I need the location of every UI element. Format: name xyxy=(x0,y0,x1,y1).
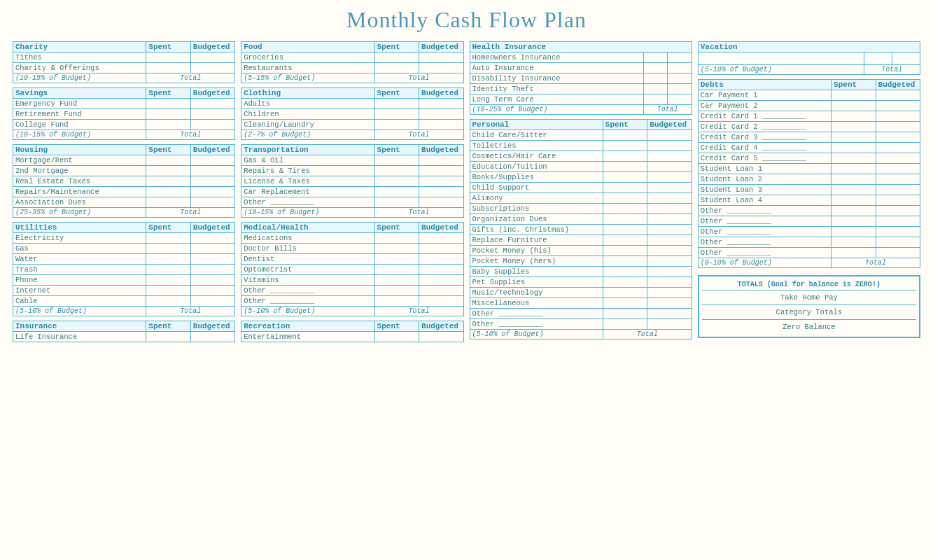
housing-header: Housing Spent Budgeted xyxy=(13,145,235,155)
medical-header: Medical/Health Spent Budgeted xyxy=(241,223,463,233)
table-row: Auto Insurance xyxy=(470,63,692,74)
table-row: Phone xyxy=(13,275,235,286)
recreation-table: Recreation Spent Budgeted Entertainment xyxy=(241,321,463,342)
table-row: Pet Supplies xyxy=(470,277,692,288)
table-row: Trash xyxy=(13,265,235,275)
clothing-table: Clothing Spent Budgeted Adults Children … xyxy=(241,88,463,140)
charity-budgeted-header: Budgeted xyxy=(190,42,234,52)
vacation-table: Vacation (5-10% of Budget) Total xyxy=(698,41,920,75)
debts-table: Debts Spent Budgeted Car Payment 1 Car P… xyxy=(698,79,920,268)
table-row: Gas xyxy=(13,244,235,254)
table-row: Student Loan 3 xyxy=(698,185,920,195)
debts-total-row: (0-10% of Budget) Total xyxy=(698,258,920,268)
table-row: Other __________ xyxy=(241,286,463,296)
recreation-header: Recreation Spent Budgeted xyxy=(241,321,463,332)
table-row: Subscriptions xyxy=(470,204,692,214)
savings-table: Savings Spent Budgeted Emergency Fund Re… xyxy=(13,88,235,140)
table-row: Medications xyxy=(241,233,463,244)
clothing-header: Clothing Spent Budgeted xyxy=(241,88,463,99)
medical-table: Medical/Health Spent Budgeted Medication… xyxy=(241,222,463,316)
vacation-total-row: (5-10% of Budget) Total xyxy=(698,65,920,75)
table-row: Baby Supplies xyxy=(470,267,692,277)
clothing-total-row: (2-7% of Budget) Total xyxy=(241,130,463,140)
table-row: Credit Card 3 __________ xyxy=(698,132,920,143)
table-row: Music/Technology xyxy=(470,288,692,298)
table-row: Organization Dues xyxy=(470,214,692,225)
table-row: Charity & Offerings xyxy=(13,63,235,74)
insurance-header: Insurance Spent Budgeted xyxy=(13,321,235,332)
table-row: License & Taxes xyxy=(241,176,463,187)
vacation-header: Vacation xyxy=(698,42,920,52)
health-insurance-table: Health Insurance Homeowners Insurance Au… xyxy=(470,41,692,115)
table-row: Credit Card 4 __________ xyxy=(698,143,920,153)
totals-box: TOTALS (Goal for balance is ZERO!) Take … xyxy=(698,275,920,338)
table-row: Car Replacement xyxy=(241,187,463,197)
table-row: Student Loan 2 xyxy=(698,174,920,185)
table-row: Doctor Bills xyxy=(241,244,463,254)
table-row: Dentist xyxy=(241,254,463,265)
table-row: Optometrist xyxy=(241,265,463,275)
table-row: Mortgage/Rent xyxy=(13,155,235,166)
table-row: Restaurants xyxy=(241,63,463,74)
table-row: Toiletries xyxy=(470,141,692,151)
table-row: Repairs & Tires xyxy=(241,166,463,176)
table-row: Cable xyxy=(13,296,235,307)
table-row: Children xyxy=(241,109,463,120)
table-row: Alimony xyxy=(470,193,692,204)
table-row: 2nd Mortgage xyxy=(13,166,235,176)
category-totals-row[interactable]: Category Totals xyxy=(702,304,916,319)
charity-spent-header: Spent xyxy=(146,42,190,52)
column-4: Vacation (5-10% of Budget) Total Debts S… xyxy=(698,41,920,342)
charity-table: Charity Spent Budgeted Tithes Charity & … xyxy=(13,41,235,83)
personal-total-row: (5-10% of Budget) Total xyxy=(470,330,692,340)
table-row: Water xyxy=(13,254,235,265)
table-row: Education/Tuition xyxy=(470,162,692,172)
personal-header: Personal Spent Budgeted xyxy=(470,120,692,130)
table-row: Groceries xyxy=(241,52,463,63)
zero-balance-row[interactable]: Zero Balance xyxy=(702,319,916,334)
main-container: Charity Spent Budgeted Tithes Charity & … xyxy=(7,41,926,342)
totals-title: TOTALS (Goal for balance is ZERO!) xyxy=(702,279,916,290)
table-row: Repairs/Maintenance xyxy=(13,187,235,197)
table-row: Disability Insurance xyxy=(470,74,692,84)
health-insurance-total-row: (10-25% of Budget) Total xyxy=(470,105,692,115)
transportation-total-row: (10-15% of Budget) Total xyxy=(241,208,463,218)
table-row: Other __________ xyxy=(698,227,920,237)
table-row: Other __________ xyxy=(698,206,920,216)
table-row: Other __________ xyxy=(241,296,463,307)
transportation-header: Transportation Spent Budgeted xyxy=(241,145,463,155)
utilities-total-row: (5-10% of Budget) Total xyxy=(13,307,235,316)
debts-header: Debts Spent Budgeted xyxy=(698,80,920,90)
page-title: Monthly Cash Flow Plan xyxy=(7,7,926,33)
table-row: Child Care/Sitter xyxy=(470,130,692,141)
table-row: Emergency Fund xyxy=(13,99,235,109)
table-row: Identity Theft xyxy=(470,84,692,94)
table-row: Child Support xyxy=(470,183,692,193)
table-row: Long Term Care xyxy=(470,94,692,105)
housing-table: Housing Spent Budgeted Mortgage/Rent 2nd… xyxy=(13,144,235,218)
utilities-header: Utilities Spent Budgeted xyxy=(13,223,235,233)
table-row: Tithes xyxy=(13,52,235,63)
table-row: Other __________ xyxy=(698,216,920,227)
table-row: Life Insurance xyxy=(13,332,235,342)
savings-total-row: (10-15% of Budget) Total xyxy=(13,130,235,140)
table-row: Other __________ xyxy=(470,319,692,330)
table-row: Other __________ xyxy=(470,309,692,319)
insurance-table: Insurance Spent Budgeted Life Insurance xyxy=(13,321,235,342)
table-row: Pocket Money (hers) xyxy=(470,256,692,267)
table-row: Credit Card 1 __________ xyxy=(698,111,920,122)
utilities-table: Utilities Spent Budgeted Electricity Gas… xyxy=(13,222,235,316)
table-row: Other __________ xyxy=(241,197,463,208)
table-row: Gifts (inc. Christmas) xyxy=(470,225,692,235)
take-home-pay-row[interactable]: Take Home Pay xyxy=(702,290,916,304)
medical-total-row: (5-10% of Budget) Total xyxy=(241,307,463,316)
table-row: Pocket Money (his) xyxy=(470,246,692,256)
table-row: Association Dues xyxy=(13,197,235,208)
table-row: College Fund xyxy=(13,120,235,130)
table-row: Homeowners Insurance xyxy=(470,52,692,63)
charity-header: Charity Spent Budgeted xyxy=(13,42,235,52)
table-row: Student Loan 4 xyxy=(698,195,920,206)
table-row: Real Estate Taxes xyxy=(13,176,235,187)
table-row: Miscellaneous xyxy=(470,298,692,309)
personal-table: Personal Spent Budgeted Child Care/Sitte… xyxy=(470,119,692,340)
